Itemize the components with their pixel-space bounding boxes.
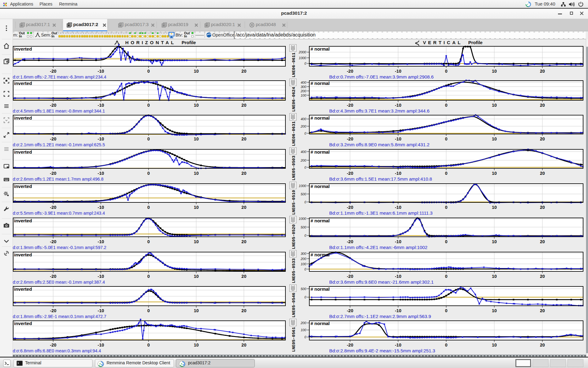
svg-text:0: 0	[304, 62, 307, 65]
svg-text:200: 200	[300, 159, 307, 162]
svg-text:Bd:σ:1.6mm offs:-2.7E1 mean:-6: Bd:σ:1.6mm offs:-2.7E1 mean:-6.3mm ampl:…	[10, 75, 106, 79]
svg-text:20: 20	[241, 343, 246, 347]
svg-text:Bd:σ:5.5mm offs:-3.9E1 mean:0.: Bd:σ:5.5mm offs:-3.9E1 mean:0.7mm ampl:2…	[10, 211, 105, 216]
svg-text:10: 10	[194, 308, 199, 313]
svg-text:-20: -20	[50, 239, 56, 244]
svg-text:0: 0	[445, 308, 447, 313]
svg-text:0: 0	[304, 132, 307, 135]
svg-text:-20: -20	[50, 343, 56, 347]
svg-text:200: 200	[300, 89, 307, 93]
svg-text:20: 20	[241, 239, 246, 244]
svg-text:-20: -20	[347, 239, 353, 244]
svg-text:-10: -10	[98, 239, 104, 244]
svg-text:Bd:σ:0.7mm offs:-7.0E1 mean:3.: Bd:σ:0.7mm offs:-7.0E1 mean:3.9mm ampl:2…	[329, 74, 434, 79]
svg-text:20: 20	[241, 103, 246, 108]
svg-text:# normal: # normal	[311, 81, 330, 86]
svg-text:0: 0	[445, 69, 447, 74]
svg-text:-10: -10	[98, 69, 104, 74]
svg-text:VERTICAL: VERTICAL	[423, 40, 462, 45]
svg-text:Bd:σ:6.8mm offs:6.8E0 mean:0.3: Bd:σ:6.8mm offs:6.8E0 mean:0.3mm ampl:94…	[10, 348, 101, 353]
svg-text:20: 20	[540, 274, 545, 279]
svg-text:400: 400	[301, 150, 307, 154]
svg-text:-10: -10	[98, 308, 104, 313]
svg-text:0: 0	[147, 205, 150, 210]
svg-text:0: 0	[445, 136, 447, 141]
svg-text:10: 10	[492, 136, 497, 141]
svg-text:Bd:σ:2.1mm offs:1.2E1 mean:-0.: Bd:σ:2.1mm offs:1.2E1 mean:-0.1mm ampl:6…	[10, 142, 105, 147]
svg-text:20: 20	[241, 274, 246, 279]
svg-text:0: 0	[147, 274, 150, 279]
svg-text:20: 20	[540, 308, 545, 313]
svg-text:Bd:σ:1.9mm offs:-5.0E1 mean:-0: Bd:σ:1.9mm offs:-5.0E1 mean:-0.1mm ampl:…	[10, 245, 106, 250]
svg-text:300: 300	[301, 252, 307, 255]
svg-text:-20: -20	[50, 69, 56, 74]
svg-text:-20: -20	[347, 171, 353, 176]
svg-text:0: 0	[304, 295, 307, 299]
svg-text:Bd:σ:3.6mm offs:9.6E0 mean:-21: Bd:σ:3.6mm offs:9.6E0 mean:-21.6mm ampl:…	[329, 279, 434, 285]
svg-text:20: 20	[241, 171, 246, 176]
svg-text:20: 20	[540, 205, 545, 210]
svg-text:-10: -10	[98, 343, 104, 347]
svg-text:10: 10	[194, 136, 199, 141]
svg-text:-10: -10	[395, 69, 401, 74]
svg-text:10: 10	[492, 308, 497, 313]
svg-text:# normal: # normal	[311, 46, 330, 52]
svg-text:-20: -20	[347, 205, 353, 210]
svg-text:-20: -20	[347, 103, 353, 108]
svg-text:10: 10	[194, 205, 199, 210]
svg-text:0: 0	[147, 103, 150, 108]
svg-text:0: 0	[147, 171, 150, 176]
svg-text:1000: 1000	[299, 56, 307, 60]
svg-text:20: 20	[241, 69, 246, 74]
svg-text:inverted: inverted	[14, 184, 32, 189]
svg-text:# normal: # normal	[311, 115, 330, 121]
svg-text:10: 10	[194, 343, 199, 347]
svg-text:Bd:σ:4.5mm offs:1.8E1 mean:-0.: Bd:σ:4.5mm offs:1.8E1 mean:-0.8mm ampl:3…	[10, 109, 105, 113]
svg-text:20: 20	[540, 171, 545, 176]
svg-text:inverted: inverted	[14, 252, 32, 257]
svg-text:400: 400	[301, 81, 307, 84]
svg-text:-20: -20	[347, 69, 353, 74]
svg-text:-20: -20	[347, 343, 353, 347]
svg-text:Bd:σ:2.6mm offs:2.5E0 mean:-0.: Bd:σ:2.6mm offs:2.5E0 mean:-0.1mm ampl:3…	[10, 280, 105, 285]
svg-text:-10: -10	[395, 308, 401, 313]
svg-text:# normal: # normal	[311, 321, 330, 326]
svg-text:HORIZONTAL: HORIZONTAL	[125, 40, 176, 45]
svg-text:# normal: # normal	[311, 252, 330, 257]
svg-text:-20: -20	[347, 274, 353, 279]
svg-text:500: 500	[301, 287, 307, 291]
svg-text:-20: -20	[347, 136, 353, 141]
svg-text:LNE05-0520: LNE05-0520	[292, 224, 296, 249]
svg-text:Bd:σ:2.7mm offs:-1.1E2 mean:2.: Bd:σ:2.7mm offs:-1.1E2 mean:2.9mm ampl:5…	[329, 314, 431, 319]
svg-text:0: 0	[304, 234, 307, 237]
svg-text:20: 20	[540, 343, 545, 347]
svg-text:0: 0	[304, 166, 307, 169]
svg-text:LNE05-0561: LNE05-0561	[292, 327, 296, 352]
svg-text:LNE05-0546: LNE05-0546	[292, 293, 296, 317]
svg-text:-20: -20	[347, 308, 353, 313]
svg-text:inverted: inverted	[14, 321, 32, 326]
svg-text:20: 20	[540, 69, 545, 74]
svg-text:0: 0	[445, 343, 447, 347]
svg-text:# normal: # normal	[311, 218, 330, 223]
svg-text:0: 0	[147, 136, 150, 141]
svg-text:10: 10	[492, 343, 497, 347]
svg-text:-10: -10	[395, 205, 401, 210]
svg-text:200: 200	[300, 321, 307, 325]
svg-text:0: 0	[445, 205, 447, 210]
svg-text:LNE05-0503: LNE05-0503	[292, 155, 296, 180]
svg-text:10: 10	[194, 274, 199, 279]
svg-text:-20: -20	[50, 308, 56, 313]
svg-text:Bd:σ:1.1mm offs:-1.3E1 mean:6.: Bd:σ:1.1mm offs:-1.3E1 mean:6.1mm ampl:1…	[329, 210, 432, 216]
svg-text:10: 10	[492, 171, 497, 176]
svg-text:200: 200	[300, 125, 307, 128]
svg-text:inverted: inverted	[14, 46, 32, 52]
svg-text:Profile: Profile	[182, 40, 196, 45]
svg-text:0: 0	[147, 343, 150, 347]
svg-text:0: 0	[445, 239, 447, 244]
svg-text:Profile: Profile	[468, 40, 483, 45]
svg-text:-20: -20	[50, 205, 56, 210]
svg-text:10: 10	[492, 103, 497, 108]
svg-text:20: 20	[241, 205, 246, 210]
svg-text:inverted: inverted	[14, 115, 32, 121]
